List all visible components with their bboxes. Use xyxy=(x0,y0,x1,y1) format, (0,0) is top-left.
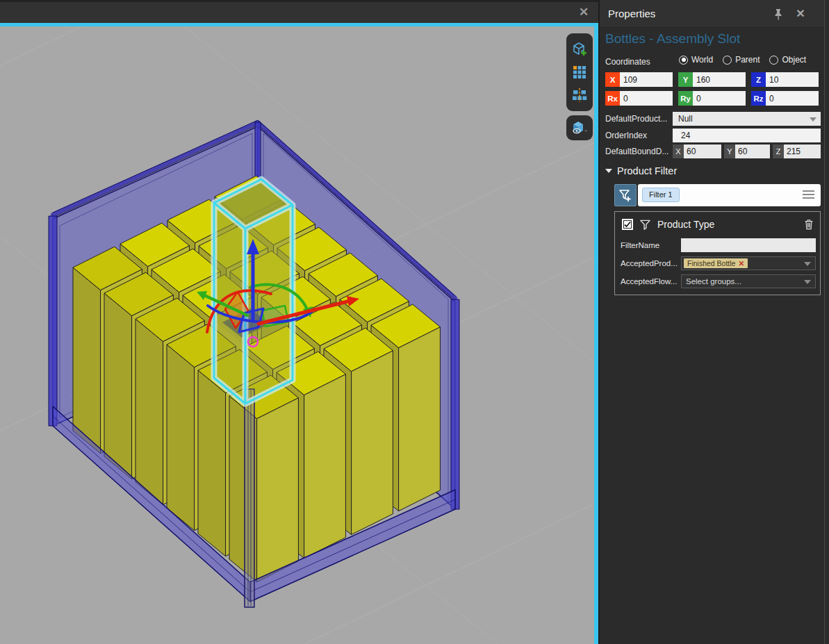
product-type-header: Product Type xyxy=(622,217,814,232)
position-z-field: Z xyxy=(751,72,819,87)
bound-y-tag: Y xyxy=(724,145,735,158)
product-filter-section-header[interactable]: Product Filter xyxy=(605,165,677,176)
viewport-toolbar xyxy=(566,33,593,111)
z-tag: Z xyxy=(751,72,766,87)
accepted-flows-row: AcceptedFlow... Select groups... xyxy=(621,274,816,288)
filter-plus-icon xyxy=(618,188,632,202)
radio-world-circle xyxy=(679,56,688,65)
radio-parent-circle xyxy=(723,56,732,65)
bound-x-field: X xyxy=(673,145,721,158)
order-index-row: OrderIndex xyxy=(605,129,821,142)
viewport-titlebar: ✕ xyxy=(0,0,598,23)
application-window: ✕ xyxy=(0,0,829,644)
order-index-label: OrderIndex xyxy=(605,131,647,140)
collapse-triangle-icon xyxy=(605,169,612,173)
filter-tab-bar: Filter 1 xyxy=(638,184,821,206)
radio-world[interactable]: World xyxy=(679,55,713,65)
3d-viewport[interactable] xyxy=(0,23,598,644)
position-x-field: X xyxy=(605,72,673,87)
position-y-input[interactable] xyxy=(693,72,746,87)
bound-y-input[interactable] xyxy=(735,145,770,158)
bound-z-field: Z xyxy=(773,145,821,158)
radio-object[interactable]: Object xyxy=(769,55,806,65)
rotation-rz-input[interactable] xyxy=(766,91,819,106)
bound-z-input[interactable] xyxy=(784,145,821,158)
accepted-flows-placeholder: Select groups... xyxy=(686,277,741,286)
align-snap-icon[interactable] xyxy=(570,85,589,105)
default-product-label: DefaultProduct... xyxy=(605,114,667,124)
radio-object-label: Object xyxy=(782,55,806,65)
ry-tag: Ry xyxy=(678,91,693,106)
filter-tab[interactable]: Filter 1 xyxy=(642,188,680,202)
rotation-rx-field: Rx xyxy=(605,91,673,106)
accepted-product-chip[interactable]: Finished Bottle✕ xyxy=(684,258,748,268)
rotation-ry-input[interactable] xyxy=(693,91,746,106)
viewport-toolbar-secondary xyxy=(566,115,593,140)
properties-panel: Properties ✕ Bottles - Assembly Slot Coo… xyxy=(600,0,829,644)
filter-name-input[interactable] xyxy=(681,238,816,252)
position-row: X Y Z xyxy=(605,72,821,87)
filter-name-label: FilterName xyxy=(621,241,659,249)
product-type-checkbox[interactable] xyxy=(622,219,633,230)
component-visibility-icon[interactable] xyxy=(570,118,589,138)
properties-title: Properties xyxy=(608,8,655,19)
filter-icon xyxy=(639,219,651,230)
chip-remove-icon[interactable]: ✕ xyxy=(738,259,744,267)
rx-tag: Rx xyxy=(605,91,620,106)
position-y-field: Y xyxy=(678,72,746,87)
radio-object-circle xyxy=(769,56,778,65)
position-z-input[interactable] xyxy=(766,72,819,87)
grid-pattern-icon[interactable] xyxy=(570,63,589,82)
close-icon[interactable]: ✕ xyxy=(794,7,807,21)
bound-x-input[interactable] xyxy=(684,145,721,158)
trash-icon[interactable] xyxy=(803,218,814,231)
default-product-dropdown[interactable]: Null xyxy=(673,112,821,126)
coordinates-label: Coordinates xyxy=(605,57,650,67)
menu-icon[interactable] xyxy=(803,190,814,199)
filter-toolbar: Filter 1 xyxy=(614,184,821,206)
accepted-flows-label: AcceptedFlow... xyxy=(621,277,677,286)
viewport-window: ✕ xyxy=(0,0,598,644)
radio-world-label: World xyxy=(691,55,713,65)
accepted-product-chip-label: Finished Bottle xyxy=(687,259,735,267)
coordinate-mode-group: World Parent Object xyxy=(679,55,806,65)
y-tag: Y xyxy=(678,72,693,87)
properties-header: Properties ✕ xyxy=(600,0,824,28)
x-tag: X xyxy=(605,72,620,87)
pin-icon[interactable] xyxy=(771,7,785,21)
product-filter-title: Product Filter xyxy=(617,165,677,176)
product-type-title: Product Type xyxy=(657,219,714,230)
default-product-row: DefaultProduct... Null xyxy=(605,112,821,126)
accepted-products-label: AcceptedProd... xyxy=(621,259,678,267)
selection-title: Bottles - Assembly Slot xyxy=(605,31,740,47)
chevron-down-icon xyxy=(804,262,811,266)
checkmark-icon xyxy=(623,220,632,229)
filter-name-row: FilterName xyxy=(621,238,816,252)
add-filter-button[interactable] xyxy=(614,184,637,206)
rotation-row: Rx Ry Rz xyxy=(605,91,821,106)
position-x-input[interactable] xyxy=(620,72,673,87)
rotation-rz-field: Rz xyxy=(751,91,819,106)
rotation-ry-field: Ry xyxy=(678,91,746,106)
bound-x-tag: X xyxy=(673,145,684,158)
chevron-down-icon xyxy=(810,117,816,122)
accepted-products-dropdown[interactable]: Finished Bottle✕ xyxy=(681,256,816,270)
radio-parent[interactable]: Parent xyxy=(723,55,760,65)
close-icon[interactable]: ✕ xyxy=(575,4,592,21)
add-component-icon[interactable] xyxy=(570,40,589,59)
rz-tag: Rz xyxy=(751,91,766,106)
chevron-down-icon xyxy=(804,280,811,284)
default-bound-label: DefaultBoundD... xyxy=(605,147,668,156)
radio-parent-label: Parent xyxy=(735,55,760,65)
bound-y-field: Y xyxy=(724,145,770,158)
3d-scene xyxy=(0,26,594,644)
panel-scrollbar[interactable] xyxy=(824,0,829,644)
accepted-products-row: AcceptedProd... Finished Bottle✕ xyxy=(621,256,816,270)
order-index-input[interactable] xyxy=(673,129,821,142)
product-type-card: Product Type FilterName AcceptedProd... … xyxy=(614,211,821,295)
default-bound-row: DefaultBoundD... X Y Z xyxy=(605,145,821,158)
accepted-flows-dropdown[interactable]: Select groups... xyxy=(681,274,816,288)
coordinates-row: Coordinates World Parent Object xyxy=(605,55,821,66)
bound-z-tag: Z xyxy=(773,145,784,158)
rotation-rx-input[interactable] xyxy=(620,91,673,106)
